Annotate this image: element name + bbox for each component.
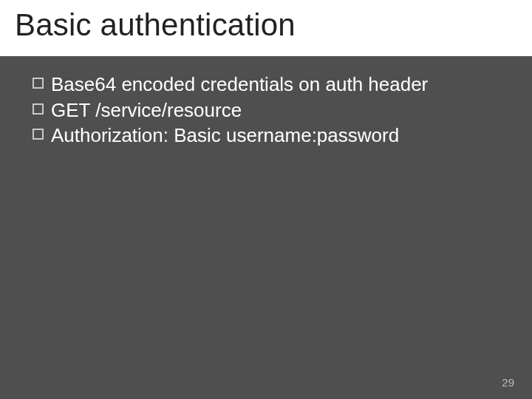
page-number: 29 xyxy=(502,376,514,389)
bullet-text: Authorization: Basic username:password xyxy=(51,123,499,148)
bullet-icon xyxy=(33,103,44,115)
slide: Basic authentication Base64 encoded cred… xyxy=(0,0,532,399)
list-item: Base64 encoded credentials on auth heade… xyxy=(33,72,499,97)
bullet-icon xyxy=(33,129,44,140)
list-item: GET /service/resource xyxy=(33,98,499,123)
slide-title: Basic authentication xyxy=(15,7,517,43)
slide-body: Base64 encoded credentials on auth heade… xyxy=(0,56,532,148)
list-item: Authorization: Basic username:password xyxy=(33,123,499,148)
title-area: Basic authentication xyxy=(0,0,532,56)
bullet-text: Base64 encoded credentials on auth heade… xyxy=(51,72,499,97)
bullet-icon xyxy=(33,78,44,89)
bullet-text: GET /service/resource xyxy=(51,98,499,123)
